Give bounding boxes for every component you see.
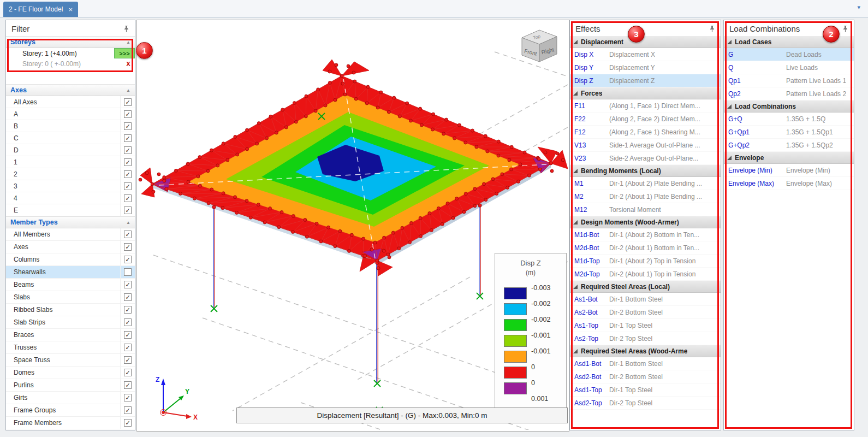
storey-goto-button[interactable]: >>> <box>114 48 135 58</box>
filter-item-columns[interactable]: Columns✓ <box>6 253 135 266</box>
effect-item-as2-top[interactable]: As2-TopDir-2 Top Steel <box>570 332 721 345</box>
effect-group-required-steel-areas-local[interactable]: Required Steel Areas (Local) <box>570 281 721 293</box>
load-item-qp1[interactable]: Qp1Pattern Live Loads 1 <box>724 74 854 87</box>
tab-fe-floor-model[interactable]: 2 - FE Floor Model × <box>3 2 78 17</box>
checkbox-checked[interactable]: ✓ <box>124 344 132 351</box>
filter-item-girts[interactable]: Girts✓ <box>6 392 135 404</box>
effect-item-disp-y[interactable]: Disp YDisplacement Y <box>570 61 721 74</box>
effect-item-f22[interactable]: F22(Along 2, Face 2) Direct Mem... <box>570 113 721 126</box>
tab-overflow-icon[interactable]: ▾ <box>857 4 860 11</box>
effect-item-m2d-bot[interactable]: M2d-BotDir-2 (About 1) Bottom in Ten... <box>570 241 721 255</box>
model-viewport[interactable]: Top Front Right Z Y X Disp Z (m) -0.003-… <box>136 20 569 432</box>
filter-item-shearwalls[interactable]: Shearwalls <box>6 266 135 279</box>
filter-item-3[interactable]: 3✓ <box>6 180 135 192</box>
filter-item-trusses[interactable]: Trusses✓ <box>6 341 135 354</box>
checkbox-checked[interactable]: ✓ <box>124 194 132 202</box>
checkbox-checked[interactable]: ✓ <box>124 158 132 166</box>
effect-item-as1-top[interactable]: As1-TopDir-1 Top Steel <box>570 319 721 332</box>
effect-item-m1d-bot[interactable]: M1d-BotDir-1 (About 2) Bottom in Ten... <box>570 228 721 241</box>
load-item-qp2[interactable]: Qp2Pattern Live Loads 2 <box>724 87 854 101</box>
effect-item-m12[interactable]: M12Torsional Moment <box>570 203 721 216</box>
effect-item-disp-x[interactable]: Disp XDisplacement X <box>570 48 721 61</box>
filter-item-c[interactable]: C✓ <box>6 132 135 144</box>
effect-item-v23[interactable]: V23Side-2 Average Out-of-Plane... <box>570 152 721 165</box>
effect-item-as1-bot[interactable]: As1-BotDir-1 Bottom Steel <box>570 293 721 306</box>
checkbox-checked[interactable]: ✓ <box>124 331 132 339</box>
load-item-g[interactable]: GDead Loads <box>724 48 854 61</box>
checkbox-checked[interactable]: ✓ <box>124 256 132 263</box>
filter-item-beams[interactable]: Beams✓ <box>6 279 135 291</box>
filter-item-a[interactable]: A✓ <box>6 108 135 120</box>
pin-icon[interactable] <box>123 25 129 33</box>
filter-item-b[interactable]: B✓ <box>6 120 135 132</box>
effect-group-bending-moments-local[interactable]: Bending Moments (Local) <box>570 165 721 177</box>
load-item-g-q[interactable]: G+Q1.35G + 1.5Q <box>724 113 854 126</box>
checkbox-checked[interactable]: ✓ <box>124 306 132 314</box>
load-item-g-qp2[interactable]: G+Qp21.35G + 1.5Qp2 <box>724 139 854 152</box>
filter-item-d[interactable]: D✓ <box>6 144 135 156</box>
filter-item-all-axes[interactable]: All Axes✓ <box>6 96 135 108</box>
pin-icon[interactable] <box>709 25 715 33</box>
checkbox-checked[interactable]: ✓ <box>124 394 132 401</box>
pin-icon[interactable] <box>842 25 848 33</box>
effect-item-as2-bot[interactable]: As2-BotDir-2 Bottom Steel <box>570 306 721 319</box>
filter-item-1[interactable]: 1✓ <box>6 156 135 168</box>
filter-item-ribbed-slabs[interactable]: Ribbed Slabs✓ <box>6 304 135 316</box>
effect-group-displacement[interactable]: Displacement <box>570 36 721 48</box>
collapse-arrow-icon[interactable]: ▲ <box>126 220 130 225</box>
filter-item-axes[interactable]: Axes✓ <box>6 241 135 253</box>
section-header-member-types[interactable]: Member Types ▲ <box>6 216 135 228</box>
effect-item-m1d-top[interactable]: M1d-TopDir-1 (About 2) Top in Tension <box>570 255 721 268</box>
checkbox-checked[interactable]: ✓ <box>124 98 132 106</box>
section-header-storeys[interactable]: Storeys ▲ <box>6 36 135 48</box>
checkbox-checked[interactable]: ✓ <box>124 182 132 190</box>
checkbox-checked[interactable]: ✓ <box>124 206 132 214</box>
effect-item-m2[interactable]: M2Dir-2 (About 1) Plate Bending ... <box>570 190 721 203</box>
filter-item-domes[interactable]: Domes✓ <box>6 367 135 379</box>
view-cube-icon[interactable]: Top Front Right <box>522 30 557 62</box>
collapse-arrow-icon[interactable]: ▲ <box>126 40 130 45</box>
effect-item-f12[interactable]: F12(Along 2, Face 1) Shearing M... <box>570 126 721 139</box>
storey-remove-button[interactable]: X <box>122 58 135 69</box>
effect-item-asd2-bot[interactable]: Asd2-BotDir-2 Bottom Steel <box>570 370 721 383</box>
storey-row-storey-1-4-00m[interactable]: Storey: 1 (+4.00m)>>> <box>6 48 135 58</box>
effect-item-asd1-bot[interactable]: Asd1-BotDir-1 Bottom Steel <box>570 357 721 370</box>
effect-item-asd1-top[interactable]: Asd1-TopDir-1 Top Steel <box>570 383 721 397</box>
checkbox-checked[interactable]: ✓ <box>124 170 132 178</box>
checkbox-checked[interactable]: ✓ <box>124 293 132 301</box>
checkbox-checked[interactable]: ✓ <box>124 134 132 142</box>
checkbox-checked[interactable]: ✓ <box>124 369 132 376</box>
checkbox-checked[interactable]: ✓ <box>124 406 132 414</box>
effect-item-m1[interactable]: M1Dir-1 (About 2) Plate Bending ... <box>570 177 721 190</box>
load-group-load-combinations[interactable]: Load Combinations <box>724 101 854 113</box>
filter-item-all-members[interactable]: All Members✓ <box>6 228 135 241</box>
checkbox-checked[interactable]: ✓ <box>124 122 132 130</box>
effect-item-f11[interactable]: F11(Along 1, Face 1) Direct Mem... <box>570 99 721 113</box>
filter-item-slabs[interactable]: Slabs✓ <box>6 291 135 304</box>
effect-group-required-steel-areas-wood-arme[interactable]: Required Steel Areas (Wood-Arme <box>570 345 721 357</box>
storey-row-storey-0-0-00m[interactable]: Storey: 0 ( +-0.00m)X <box>6 58 135 69</box>
filter-item-braces[interactable]: Braces✓ <box>6 329 135 341</box>
effect-item-v13[interactable]: V13Side-1 Average Out-of-Plane ... <box>570 139 721 152</box>
tab-close-icon[interactable]: × <box>68 5 73 14</box>
checkbox-checked[interactable]: ✓ <box>124 110 132 118</box>
effect-group-design-moments-wood-armer[interactable]: Design Moments (Wood-Armer) <box>570 216 721 228</box>
checkbox-checked[interactable]: ✓ <box>124 356 132 364</box>
filter-item-frame-groups[interactable]: Frame Groups✓ <box>6 404 135 417</box>
filter-item-frame-members[interactable]: Frame Members✓ <box>6 417 135 429</box>
load-group-load-cases[interactable]: Load Cases <box>724 36 854 48</box>
checkbox-checked[interactable]: ✓ <box>124 243 132 251</box>
checkbox-unchecked[interactable] <box>124 268 132 276</box>
filter-item-space-truss[interactable]: Space Truss✓ <box>6 354 135 367</box>
load-item-g-qp1[interactable]: G+Qp11.35G + 1.5Qp1 <box>724 126 854 139</box>
filter-item-4[interactable]: 4✓ <box>6 192 135 204</box>
filter-item-e[interactable]: E✓ <box>6 204 135 216</box>
effect-item-disp-z[interactable]: Disp ZDisplacement Z <box>570 74 721 87</box>
load-item-envelope-max[interactable]: Envelope (Max)Envelope (Max) <box>724 177 854 190</box>
checkbox-checked[interactable]: ✓ <box>124 281 132 288</box>
section-header-axes[interactable]: Axes ▲ <box>6 84 135 96</box>
effect-group-forces[interactable]: Forces <box>570 87 721 99</box>
checkbox-checked[interactable]: ✓ <box>124 231 132 238</box>
load-group-envelope[interactable]: Envelope <box>724 152 854 164</box>
collapse-arrow-icon[interactable]: ▲ <box>126 88 130 93</box>
